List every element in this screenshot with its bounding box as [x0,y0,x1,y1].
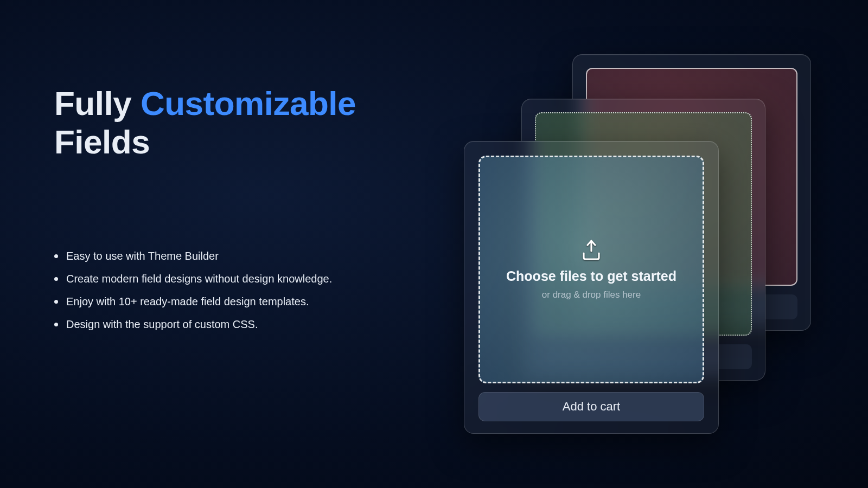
headline-part2: Fields [54,123,150,160]
headline: Fully Customizable Fields [54,84,401,162]
feature-item: Enjoy with 10+ ready-made field design t… [54,294,401,309]
dropzone-subtitle: or drag & drop files here [542,290,641,300]
headline-accent: Customizable [141,85,356,122]
feature-item: Design with the support of custom CSS. [54,317,401,332]
upload-icon [579,239,603,263]
add-to-cart-button[interactable]: Add to cart [478,392,704,421]
feature-list: Easy to use with Theme Builder Create mo… [54,248,401,332]
dropzone-title: Choose files to get started [506,268,676,284]
card-stack: Choose files to get started or drag & dr… [464,54,811,412]
headline-part1: Fully [54,85,141,122]
hero-text-block: Fully Customizable Fields Easy to use wi… [54,84,401,339]
feature-item: Easy to use with Theme Builder [54,248,401,264]
field-card-front: Choose files to get started or drag & dr… [464,141,719,434]
file-dropzone[interactable]: Choose files to get started or drag & dr… [478,156,704,383]
add-to-cart-label: Add to cart [563,400,620,414]
feature-item: Create modern field designs without desi… [54,271,401,286]
